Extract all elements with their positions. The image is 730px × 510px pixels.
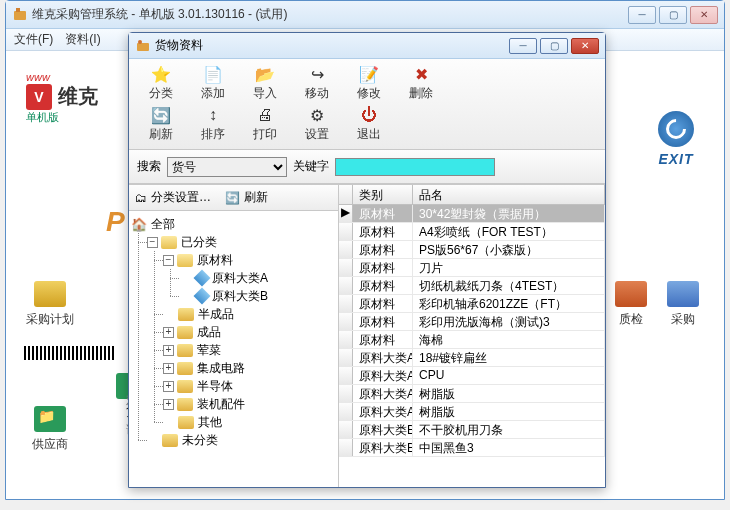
table-row[interactable]: 原料大类A树脂版 [339, 385, 605, 403]
table-row[interactable]: 原料大类B不干胶机用刀条 [339, 421, 605, 439]
gear-icon: ⚙ [307, 106, 327, 124]
dialog-close-button[interactable]: ✕ [571, 38, 599, 54]
goods-dialog: 货物资料 ─ ▢ ✕ ⭐分类 📄添加 📂导入 ↪移动 📝修改 ✖删除 🔄刷新 ↕… [128, 32, 606, 488]
tb-delete[interactable]: ✖删除 [395, 63, 447, 104]
sort-icon: ↕ [203, 106, 223, 124]
tb-sort[interactable]: ↕排序 [187, 104, 239, 145]
exit-button[interactable]: EXIT [658, 111, 694, 167]
table-row[interactable]: 原材料PS版56*67（小森版） [339, 241, 605, 259]
table-row[interactable]: ▶原材料30*42塑封袋（票据用） [339, 205, 605, 223]
menu-data[interactable]: 资料(I) [65, 31, 100, 48]
table-row[interactable]: 原材料A4彩喷纸（FOR TEST） [339, 223, 605, 241]
dialog-titlebar[interactable]: 货物资料 ─ ▢ ✕ [129, 33, 605, 59]
tb-exit[interactable]: ⏻退出 [343, 104, 395, 145]
tree-node[interactable]: +集成电路 [163, 359, 336, 377]
menu-file[interactable]: 文件(F) [14, 31, 53, 48]
search-label: 搜索 [137, 158, 161, 175]
tb-refresh[interactable]: 🔄刷新 [135, 104, 187, 145]
tree-node-classified[interactable]: −已分类 [147, 233, 336, 251]
grid-header: 类别 品名 [339, 185, 605, 205]
dialog-icon [135, 38, 151, 54]
tree-node[interactable]: 半成品 [163, 305, 336, 323]
col-category[interactable]: 类别 [353, 185, 413, 204]
search-bar: 搜索 货号 关键字 [129, 150, 605, 184]
table-row[interactable]: 原料大类A18#镀锌扁丝 [339, 349, 605, 367]
main-title: 维克采购管理系统 - 单机版 3.01.130116 - (试用) [32, 6, 628, 23]
app-icon [12, 7, 28, 23]
tree-node-root[interactable]: 🏠全部 [131, 215, 336, 233]
table-row[interactable]: 原料大类B中国黑鱼3 [339, 439, 605, 457]
tree-setting-button[interactable]: 🗂分类设置… [135, 189, 211, 206]
tree-toolbar: 🗂分类设置… 🔄刷新 [129, 185, 338, 211]
barcode-graphic [24, 346, 114, 360]
tb-print[interactable]: 🖨打印 [239, 104, 291, 145]
nav-qc[interactable]: 质检 [615, 281, 647, 328]
logo-sub: 单机版 [26, 110, 98, 125]
grid-body[interactable]: ▶原材料30*42塑封袋（票据用）原材料A4彩喷纸（FOR TEST）原材料PS… [339, 205, 605, 487]
tree-node[interactable]: +装机配件 [163, 395, 336, 413]
svg-rect-2 [137, 43, 149, 51]
svg-rect-0 [14, 11, 26, 20]
dialog-content: 🗂分类设置… 🔄刷新 🏠全部−已分类−原材料原料大类A原料大类B半成品+成品+荤… [129, 184, 605, 487]
add-icon: 📄 [203, 65, 223, 83]
dialog-max-button[interactable]: ▢ [540, 38, 568, 54]
tb-add[interactable]: 📄添加 [187, 63, 239, 104]
dialog-min-button[interactable]: ─ [509, 38, 537, 54]
table-row[interactable]: 原材料切纸机裁纸刀条（4TEST） [339, 277, 605, 295]
exit-label: EXIT [658, 151, 694, 167]
power-icon [658, 111, 694, 147]
tb-edit[interactable]: 📝修改 [343, 63, 395, 104]
exit-icon: ⏻ [359, 106, 379, 124]
tree-refresh-button[interactable]: 🔄刷新 [225, 189, 268, 206]
nav-plan[interactable]: 采购计划 [26, 281, 74, 328]
tree-node[interactable]: 其他 [163, 413, 336, 431]
main-titlebar[interactable]: 维克采购管理系统 - 单机版 3.01.130116 - (试用) ─ ▢ ✕ [6, 1, 724, 29]
tree-node[interactable]: +半导体 [163, 377, 336, 395]
main-min-button[interactable]: ─ [628, 6, 656, 24]
table-row[interactable]: 原材料彩印机轴承6201ZZE（FT） [339, 295, 605, 313]
dialog-title: 货物资料 [155, 37, 506, 54]
print-icon: 🖨 [255, 106, 275, 124]
table-row[interactable]: 原料大类A树脂版 [339, 403, 605, 421]
tree-pane: 🗂分类设置… 🔄刷新 🏠全部−已分类−原材料原料大类A原料大类B半成品+成品+荤… [129, 185, 339, 487]
main-max-button[interactable]: ▢ [659, 6, 687, 24]
import-icon: 📂 [255, 65, 275, 83]
p-icon: P [106, 206, 125, 238]
tb-move[interactable]: ↪移动 [291, 63, 343, 104]
tree-node[interactable]: +成品 [163, 323, 336, 341]
keyword-label: 关键字 [293, 158, 329, 175]
tree-leaf[interactable]: 原料大类A [179, 269, 336, 287]
keyword-input[interactable] [335, 158, 495, 176]
tree-node[interactable]: −原材料 [163, 251, 336, 269]
category-tree[interactable]: 🏠全部−已分类−原材料原料大类A原料大类B半成品+成品+荤菜+集成电路+半导体+… [129, 211, 338, 487]
side-icons-right: 质检 采购 [615, 281, 699, 328]
table-row[interactable]: 原材料彩印用洗版海棉（测试)3 [339, 313, 605, 331]
edit-icon: 📝 [359, 65, 379, 83]
logo-www: www [26, 71, 98, 83]
tb-setting[interactable]: ⚙设置 [291, 104, 343, 145]
nav-supplier[interactable]: 📁 供应商 [26, 406, 74, 453]
move-icon: ↪ [307, 65, 327, 83]
svg-point-3 [138, 40, 142, 44]
logo-name: 维克 [58, 83, 98, 110]
qc-icon [615, 281, 647, 307]
main-close-button[interactable]: ✕ [690, 6, 718, 24]
delete-icon: ✖ [411, 65, 431, 83]
tb-import[interactable]: 📂导入 [239, 63, 291, 104]
grid-pane: 类别 品名 ▶原材料30*42塑封袋（票据用）原材料A4彩喷纸（FOR TEST… [339, 185, 605, 487]
col-name[interactable]: 品名 [413, 185, 605, 204]
purchase-icon [667, 281, 699, 307]
table-row[interactable]: 原料大类ACPU [339, 367, 605, 385]
dialog-toolbar: ⭐分类 📄添加 📂导入 ↪移动 📝修改 ✖删除 🔄刷新 ↕排序 🖨打印 ⚙设置 … [129, 59, 605, 150]
table-row[interactable]: 原材料海棉 [339, 331, 605, 349]
tb-classify[interactable]: ⭐分类 [135, 63, 187, 104]
nav-purchase[interactable]: 采购 [667, 281, 699, 328]
table-row[interactable]: 原材料刀片 [339, 259, 605, 277]
tree-node[interactable]: +荤菜 [163, 341, 336, 359]
side-icons-left: 采购计划 📁 供应商 [26, 281, 74, 453]
logo-icon: V [26, 84, 52, 110]
tree-node-unclassified[interactable]: 未分类 [147, 431, 336, 449]
search-field-select[interactable]: 货号 [167, 157, 287, 177]
tree-leaf[interactable]: 原料大类B [179, 287, 336, 305]
row-indicator-header [339, 185, 353, 204]
